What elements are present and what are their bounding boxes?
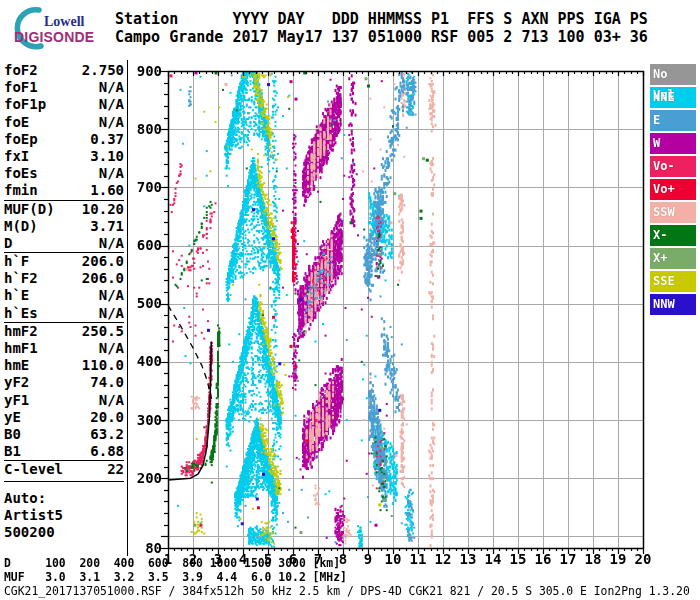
x-axis-tick-label: 12 — [431, 552, 455, 567]
param-row-yF1: yF1N/A — [4, 392, 124, 409]
legend-item-W: W — [650, 133, 696, 154]
header-labels-row: Station YYYY DAY DDD HHMMSS P1 FFS S AXN… — [115, 10, 648, 28]
param-value: 6.88 — [90, 443, 124, 460]
param-label: h`F2 — [4, 270, 38, 287]
param-value: N/A — [99, 96, 124, 113]
header-values-row: Campo Grande 2017 May17 137 051000 RSF 0… — [115, 28, 648, 46]
param-label: B1 — [4, 443, 21, 460]
param-value: N/A — [99, 165, 124, 182]
param-row-MUF(D): MUF(D)10.20 — [4, 200, 124, 218]
logo-text-digisonde: DIGISONDE — [14, 29, 94, 45]
param-row-yE: yE20.0 — [4, 409, 124, 426]
param-label: fxI — [4, 148, 29, 165]
param-row-foF2: foF22.750 — [4, 62, 124, 79]
param-value: 3.10 — [90, 148, 124, 165]
param-label: h`E — [4, 287, 29, 304]
param-row-hmF2: hmF2250.5 — [4, 322, 124, 340]
x-axis-tick-label: 17 — [556, 552, 580, 567]
param-label: foF2 — [4, 62, 38, 79]
ionogram-page: Lowell DIGISONDE Station YYYY DAY DDD HH… — [0, 0, 700, 600]
param-row-h`E: h`EN/A — [4, 287, 124, 304]
param-value: N/A — [99, 392, 124, 409]
param-value: 3.71 — [90, 218, 124, 235]
param-label: M(D) — [4, 218, 38, 235]
x-axis-tick-label: 10 — [381, 552, 405, 567]
param-label: foE — [4, 114, 29, 131]
param-row-M(D): M(D)3.71 — [4, 218, 124, 235]
legend-item-SSE: SSE — [650, 271, 696, 292]
x-axis-tick-label: 18 — [581, 552, 605, 567]
x-axis-tick-label: 20 — [631, 552, 655, 567]
param-row-h`F: h`F206.0 — [4, 252, 124, 270]
param-value: N/A — [99, 79, 124, 96]
legend-item-NNE: NNE — [650, 87, 696, 108]
ionogram-plot-canvas — [160, 62, 652, 558]
param-value: 10.20 — [82, 201, 124, 218]
legend-item-NNW: NNW — [650, 294, 696, 315]
legend-item-Vo-: Vo- — [650, 156, 696, 177]
param-label: foF1 — [4, 79, 38, 96]
param-value: 1.60 — [90, 182, 124, 199]
param-value: N/A — [99, 287, 124, 304]
param-row-foEp: foEp0.37 — [4, 131, 124, 148]
param-value: N/A — [99, 114, 124, 131]
x-axis-tick-label: 19 — [606, 552, 630, 567]
autoscaler-info-row: 500200 — [4, 524, 124, 541]
param-value: 110.0 — [82, 357, 124, 374]
param-label: yF1 — [4, 392, 29, 409]
x-axis-tick-label: 14 — [481, 552, 505, 567]
param-row-h`F2: h`F2206.0 — [4, 270, 124, 287]
y-axis-tick-label: 600 — [130, 238, 162, 253]
x-axis-tick-label: 15 — [506, 552, 530, 567]
param-row-B0: B063.2 — [4, 426, 124, 443]
param-row-B1: B16.88 — [4, 443, 124, 460]
x-axis-tick-label: 9 — [356, 552, 380, 567]
y-axis-tick-label: 500 — [130, 296, 162, 311]
param-row-foEs: foEsN/A — [4, 165, 124, 182]
param-label: B0 — [4, 426, 21, 443]
param-row-hmF1: hmF1N/A — [4, 340, 124, 357]
param-row-foF1: foF1N/A — [4, 79, 124, 96]
param-row-D: DN/A — [4, 235, 124, 252]
param-value: 74.0 — [90, 374, 124, 391]
echo-direction-legend: No ValNNEEWVo-Vo+SSWX-X+SSENNW — [650, 64, 696, 317]
param-label: hmF2 — [4, 323, 38, 340]
x-axis-tick-label: 16 — [531, 552, 555, 567]
param-label: h`Es — [4, 305, 38, 322]
param-value: N/A — [99, 305, 124, 322]
param-row-fmin: fmin1.60 — [4, 182, 124, 199]
y-axis-tick-label: 900 — [130, 64, 162, 79]
y-axis-tick-label: 800 — [130, 122, 162, 137]
legend-item-NoVal: No Val — [650, 64, 696, 85]
legend-item-Vo+: Vo+ — [650, 179, 696, 200]
param-value: 20.0 — [90, 409, 124, 426]
param-value: 22 — [107, 461, 124, 478]
autoscaler-info-row: Artist5 — [4, 507, 124, 524]
param-value: 206.0 — [82, 253, 124, 270]
x-axis-tick-label: 11 — [406, 552, 430, 567]
param-value: 250.5 — [82, 323, 124, 340]
param-row-foF1p: foF1pN/A — [4, 96, 124, 113]
param-label: C-level — [4, 461, 63, 478]
param-label: D — [4, 235, 12, 252]
param-value: 63.2 — [90, 426, 124, 443]
parameter-panel: foF22.750foF1N/AfoF1pN/AfoEN/AfoEp0.37fx… — [4, 62, 124, 541]
param-label: yF2 — [4, 374, 29, 391]
param-value: 206.0 — [82, 270, 124, 287]
panel-plot-divider — [127, 60, 128, 556]
param-label: foEp — [4, 131, 38, 148]
muf-row: MUF 3.0 3.1 3.2 3.5 3.9 4.4 6.0 10.2 [MH… — [4, 570, 347, 584]
y-axis-tick-label: 700 — [130, 180, 162, 195]
y-axis-tick-label: 200 — [130, 471, 162, 486]
param-value: 2.750 — [82, 62, 124, 79]
param-label: foF1p — [4, 96, 46, 113]
param-value: N/A — [99, 340, 124, 357]
param-label: h`F — [4, 253, 29, 270]
param-row-hmE: hmE110.0 — [4, 357, 124, 374]
param-value: N/A — [99, 235, 124, 252]
legend-item-E: E — [650, 110, 696, 131]
logo-text-lowell: Lowell — [44, 14, 84, 30]
param-row-foE: foEN/A — [4, 114, 124, 131]
param-value: 0.37 — [90, 131, 124, 148]
param-row-C-level: C-level22 — [4, 460, 124, 478]
